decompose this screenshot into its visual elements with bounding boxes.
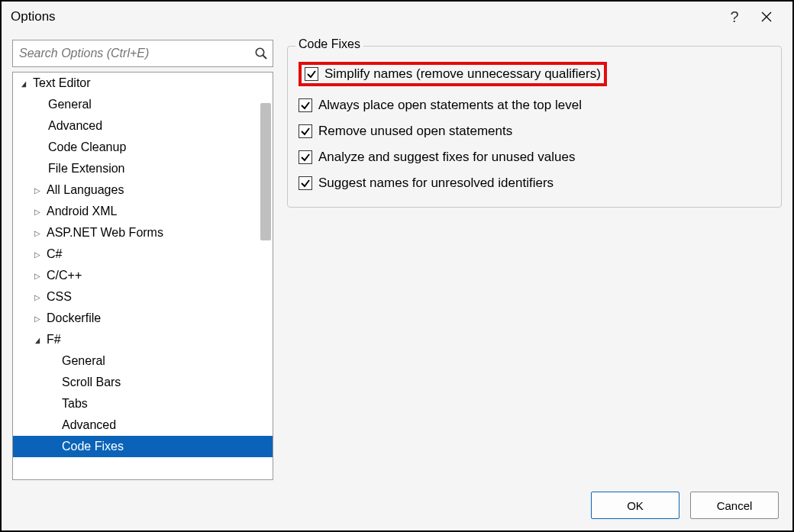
svg-line-3 (263, 56, 267, 60)
tree-item-label: Android XML (47, 205, 118, 218)
options-dialog: Options ? ◢Text EditorGenera (0, 0, 794, 532)
chevron-right-icon: ▷ (33, 293, 42, 301)
checkbox-label: Analyze and suggest fixes for unused val… (318, 150, 575, 165)
check-icon (300, 126, 311, 137)
tree-item-label: General (62, 354, 105, 368)
chevron-down-icon: ◢ (20, 79, 27, 88)
tree-item[interactable]: General (13, 94, 273, 115)
tree-item-label: ASP.NET Web Forms (47, 226, 163, 240)
tree-item-label: Scroll Bars (62, 376, 121, 389)
options-list: Simplify names (remove unnecessary quali… (299, 62, 770, 196)
tree-item[interactable]: ◢Text Editor (13, 73, 273, 94)
cancel-button[interactable]: Cancel (690, 492, 779, 519)
svg-point-2 (256, 48, 263, 56)
tree-item[interactable]: ▷Android XML (13, 201, 273, 222)
tree-item[interactable]: General (13, 350, 273, 372)
tree-item[interactable]: ▷CSS (13, 286, 273, 308)
help-button[interactable]: ? (719, 2, 750, 32)
tree-scrollbar[interactable] (260, 103, 271, 240)
tree-item[interactable]: ▷C# (13, 243, 273, 265)
search-input[interactable] (13, 40, 250, 66)
tree-item[interactable]: Tabs (13, 393, 273, 414)
checkbox-row: Remove unused open statements (299, 118, 770, 144)
dialog-footer: OK Cancel (2, 480, 792, 530)
checkbox[interactable] (299, 98, 312, 112)
tree-item-label: C/C++ (47, 269, 82, 282)
chevron-down-icon: ◢ (34, 336, 41, 344)
close-button[interactable] (750, 2, 783, 32)
tree-item[interactable]: ▷Dockerfile (13, 308, 273, 329)
tree-item-label: C# (47, 247, 62, 261)
check-icon (300, 100, 311, 111)
checkbox-row: Suggest names for unresolved identifiers (299, 170, 770, 196)
checkbox[interactable] (305, 67, 318, 81)
tree-item-label: F# (47, 333, 61, 347)
checkbox-label: Suggest names for unresolved identifiers (318, 176, 554, 191)
tree-item[interactable]: Code Fixes (13, 436, 273, 457)
tree-item[interactable]: File Extension (13, 158, 273, 179)
check-icon (306, 69, 317, 79)
search-icon[interactable] (250, 47, 273, 60)
check-icon (300, 178, 311, 189)
window-title: Options (11, 9, 719, 24)
checkbox[interactable] (299, 124, 312, 138)
right-column: Code Fixes Simplify names (remove unnece… (287, 40, 782, 480)
chevron-right-icon: ▷ (33, 272, 42, 280)
checkbox-label: Remove unused open statements (318, 124, 512, 139)
tree-item-label: Text Editor (33, 76, 91, 90)
left-column: ◢Text EditorGeneralAdvancedCode CleanupF… (12, 40, 273, 480)
chevron-right-icon: ▷ (33, 186, 42, 195)
tree-item[interactable]: ▷All Languages (13, 179, 273, 201)
tree-item[interactable]: Advanced (13, 115, 273, 137)
checkbox-row: Simplify names (remove unnecessary quali… (299, 62, 607, 86)
chevron-right-icon: ▷ (33, 314, 42, 323)
tree-item[interactable]: ▷C/C++ (13, 265, 273, 286)
tree-item[interactable]: ◢F# (13, 329, 273, 350)
tree-item-label: Advanced (62, 418, 116, 432)
chevron-right-icon: ▷ (33, 250, 42, 259)
chevron-right-icon: ▷ (33, 208, 42, 216)
content-area: ◢Text EditorGeneralAdvancedCode CleanupF… (2, 32, 792, 480)
tree-item-label: Tabs (62, 397, 88, 411)
tree-item-label: Dockerfile (47, 311, 101, 325)
tree-wrap: ◢Text EditorGeneralAdvancedCode CleanupF… (12, 72, 273, 480)
tree-item-label: Code Fixes (62, 440, 124, 453)
tree-item[interactable]: ▷ASP.NET Web Forms (13, 222, 273, 243)
checkbox-label: Always place open statements at the top … (318, 98, 582, 113)
tree-item[interactable]: Code Cleanup (13, 137, 273, 158)
options-tree[interactable]: ◢Text EditorGeneralAdvancedCode CleanupF… (13, 73, 273, 479)
tree-item[interactable]: Advanced (13, 414, 273, 436)
checkbox[interactable] (299, 176, 312, 190)
search-wrap (12, 40, 273, 67)
ok-button[interactable]: OK (591, 492, 679, 519)
chevron-right-icon: ▷ (33, 229, 42, 237)
tree-item-label: CSS (47, 290, 72, 304)
titlebar: Options ? (2, 2, 792, 32)
code-fixes-group: Code Fixes Simplify names (remove unnece… (287, 46, 782, 208)
tree-item[interactable]: Scroll Bars (13, 372, 273, 393)
tree-item-label: General (48, 98, 92, 111)
tree-item-label: All Languages (47, 183, 124, 197)
close-icon (761, 11, 772, 22)
check-icon (300, 152, 311, 163)
checkbox-row: Always place open statements at the top … (299, 92, 770, 118)
tree-item-label: Advanced (48, 119, 102, 133)
checkbox[interactable] (299, 150, 312, 164)
checkbox-row: Analyze and suggest fixes for unused val… (299, 144, 770, 170)
tree-item-label: Code Cleanup (48, 140, 126, 154)
tree-item-label: File Extension (48, 162, 125, 176)
checkbox-label: Simplify names (remove unnecessary quali… (324, 66, 601, 82)
group-legend: Code Fixes (295, 37, 363, 51)
